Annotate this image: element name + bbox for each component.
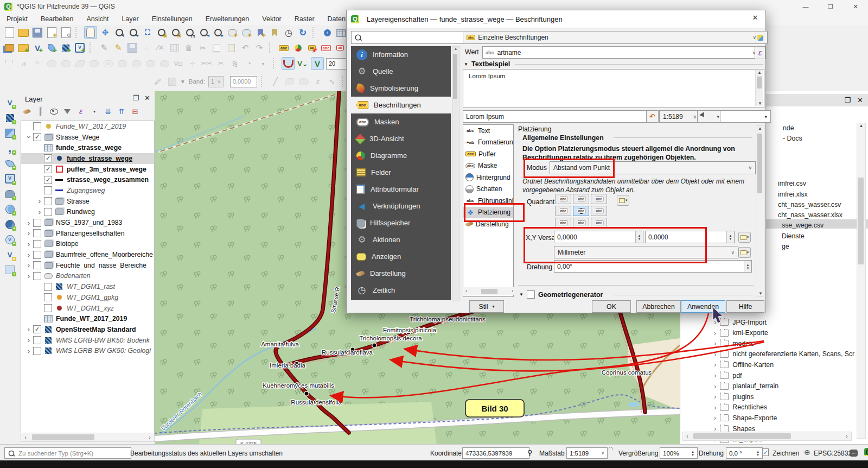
- offset-x-spinbox[interactable]: 0,0000▲▼: [554, 231, 643, 243]
- chevron-right-icon[interactable]: ›: [714, 318, 716, 326]
- layer-tree-item[interactable]: Zugangsweg: [21, 185, 154, 196]
- close-button[interactable]: ✕: [843, 0, 868, 13]
- sample-text-input[interactable]: Lorom Ipsum: [463, 110, 650, 123]
- chevron-right-icon[interactable]: ›: [714, 350, 716, 358]
- layer-tree-item[interactable]: ›Rundweg: [21, 207, 154, 218]
- layer-checkbox[interactable]: [33, 219, 41, 227]
- expand-all-icon[interactable]: ⇊: [103, 106, 113, 116]
- add-mesh-icon[interactable]: +: [4, 127, 16, 139]
- datasource-manager-icon[interactable]: [3, 42, 15, 54]
- zeichnen-checkbox[interactable]: ✓: [763, 448, 769, 456]
- geometry-generator-checkbox[interactable]: [527, 290, 535, 299]
- layer-diagram-icon[interactable]: [292, 42, 304, 54]
- label-tab-text[interactable]: abcText: [463, 125, 513, 137]
- layer-checkbox[interactable]: [44, 283, 52, 291]
- browser-folder[interactable]: ›plugins: [714, 393, 866, 401]
- layer-checkbox[interactable]: ✓: [33, 325, 41, 333]
- modus-select[interactable]: Abstand vom Punkt∨: [550, 161, 756, 174]
- pin-labels-icon[interactable]: ab📌: [306, 42, 318, 54]
- add-wfs-icon[interactable]: V+: [4, 233, 16, 245]
- add-group-icon[interactable]: [35, 106, 45, 116]
- snapping-toggle-icon[interactable]: [282, 57, 295, 70]
- zoom-to-selection-icon[interactable]: ▣: [156, 27, 168, 39]
- raster-pencil-icon[interactable]: ╱: [270, 75, 282, 87]
- dialog-sidebar-item-actions[interactable]: ⚙Aktionen: [351, 231, 451, 248]
- temporal-controller-icon[interactable]: ◷: [283, 27, 295, 39]
- browser-folder[interactable]: ›planlauf_terrain: [714, 382, 866, 390]
- layer-tree-item[interactable]: funde_strasse_wege: [21, 142, 154, 153]
- layer-checkbox[interactable]: ✓: [44, 154, 52, 162]
- expander-icon[interactable]: ›: [24, 261, 33, 269]
- vertex-tool-icon[interactable]: ⁄✕: [155, 42, 167, 54]
- add-ring-icon[interactable]: [102, 58, 114, 69]
- close-browser-icon[interactable]: ✕: [857, 96, 863, 104]
- dialog-title-bar[interactable]: Q Layereigenschaften — funde_strasse_weg…: [347, 10, 765, 28]
- close-panel-icon[interactable]: ✕: [144, 94, 150, 102]
- snapping-mode-icon[interactable]: V⌄: [297, 58, 309, 69]
- layer-checkbox[interactable]: [33, 336, 41, 344]
- label-tab-shadow[interactable]: Schatten: [463, 184, 513, 195]
- locator-search-input[interactable]: Zu suchender Typ (Strg+K): [4, 447, 131, 459]
- label-tab-rendering[interactable]: Darstellung: [463, 218, 513, 230]
- delete-part-icon[interactable]: [158, 58, 170, 69]
- highlight-pinned-labels-icon[interactable]: abc: [320, 42, 332, 54]
- rotate-point-icon[interactable]: ◔: [243, 58, 255, 69]
- pan-map-icon[interactable]: [84, 26, 97, 39]
- collapse-all-icon[interactable]: ⇈: [117, 106, 126, 116]
- ok-button[interactable]: OK: [592, 300, 631, 313]
- raster-capsule-icon[interactable]: [298, 75, 310, 87]
- filter-dropdown-icon[interactable]: ▾: [90, 106, 99, 116]
- layer-checkbox[interactable]: [33, 240, 41, 248]
- font-combo[interactable]: ▾: [720, 110, 771, 123]
- layer-tree-item[interactable]: WT_DGM1_rast: [21, 281, 154, 292]
- quadrant-button-2-0[interactable]: abc: [555, 218, 571, 228]
- browser-item[interactable]: cht_nass_wasser.csv: [778, 201, 841, 208]
- expander-icon[interactable]: ›: [35, 197, 44, 205]
- color-picker-icon[interactable]: 🖉: [152, 75, 164, 87]
- offset-unit-select[interactable]: Millimeter∨: [554, 246, 738, 258]
- add-wcs-icon[interactable]: +: [4, 218, 16, 230]
- layer-checkbox[interactable]: [44, 186, 52, 194]
- layer-checkbox[interactable]: [33, 347, 41, 355]
- drehung-spinbox[interactable]: 0,0 °▲▼: [726, 447, 763, 459]
- layer-checkbox[interactable]: ✓: [33, 133, 41, 141]
- enable-advanced-digitizing-icon[interactable]: [3, 58, 15, 69]
- qgis-statusbar-icon[interactable]: Q: [864, 448, 868, 456]
- browser-folder[interactable]: ›Rechtliches: [714, 403, 866, 412]
- menu-item-projekt[interactable]: Projekt: [7, 15, 28, 23]
- browser-folder[interactable]: ›pdf: [714, 371, 866, 380]
- rotation-spinbox[interactable]: 0,00°▲▼: [554, 260, 752, 273]
- add-delimited-text-icon[interactable]: ,+: [4, 142, 16, 154]
- layer-checkbox[interactable]: [44, 304, 52, 312]
- dialog-sidebar-item-joins[interactable]: ◀Verknüpfungen: [351, 198, 451, 214]
- browser-item[interactable]: cht_nass_wasser.xlsx: [778, 211, 843, 219]
- color-swatch-icon[interactable]: [166, 75, 178, 87]
- offset-data-defined-button[interactable]: [738, 232, 751, 243]
- open-project-icon[interactable]: [17, 27, 29, 39]
- tabs-hscrollbar[interactable]: ‹›: [464, 287, 515, 295]
- layer-tree-item[interactable]: ›WMS LGRB-BW GK50: Geologi: [21, 345, 154, 356]
- add-geopackage-icon[interactable]: V+: [4, 173, 16, 185]
- band-select[interactable]: 1∨: [208, 76, 224, 87]
- hilfe-button[interactable]: Hilfe: [726, 300, 764, 313]
- layer-tree-item[interactable]: WT_DGM1_gpkg: [21, 292, 154, 303]
- quadrant-button-1-0[interactable]: abc: [555, 206, 571, 216]
- zoom-in-icon[interactable]: +: [113, 27, 125, 39]
- chevron-right-icon[interactable]: ›: [714, 403, 716, 412]
- expander-icon[interactable]: ›: [24, 251, 33, 259]
- massstab-select[interactable]: 1:5189∨: [566, 447, 608, 459]
- chevron-right-icon[interactable]: ›: [714, 329, 716, 337]
- delete-ring-icon[interactable]: [144, 58, 156, 69]
- layer-checkbox[interactable]: ✓: [44, 165, 52, 173]
- show-bookmarks-icon[interactable]: [269, 27, 280, 39]
- layer-tree-item[interactable]: ✓puffer_3m_strasse_wege: [21, 164, 154, 175]
- layer-checkbox[interactable]: [33, 261, 41, 269]
- project-properties-icon[interactable]: ⚙: [60, 27, 72, 39]
- paste-features-icon[interactable]: [225, 42, 237, 54]
- browser-folder[interactable]: ›kml-Exporte: [714, 329, 866, 337]
- label-tab-callouts[interactable]: ab̷cFührungslinien: [463, 195, 513, 207]
- new-spatialite-icon[interactable]: ✚: [46, 42, 58, 54]
- copy-features-icon[interactable]: [211, 42, 223, 54]
- topological-editing-icon[interactable]: V: [311, 57, 324, 70]
- layer-tree-item[interactable]: ›✓Strasse_Wege: [21, 132, 154, 143]
